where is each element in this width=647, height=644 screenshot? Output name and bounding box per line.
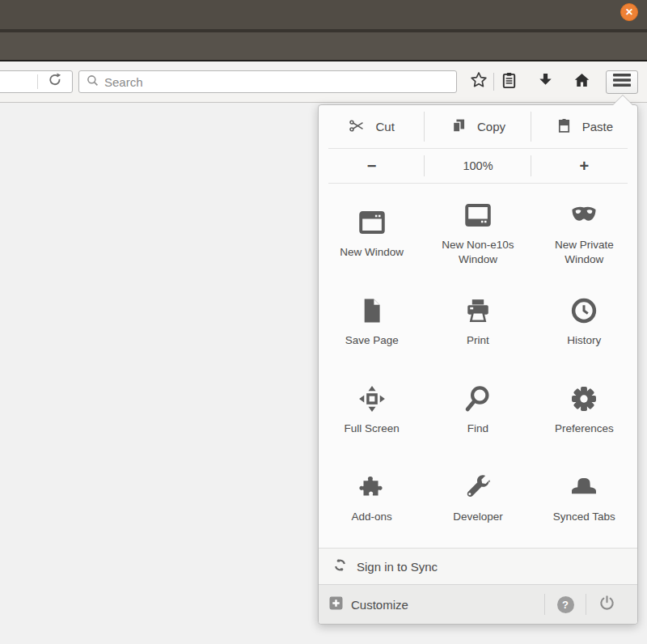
downloads-button[interactable] xyxy=(531,68,559,95)
menu-item-new-non-e10s-window[interactable]: New Non-e10s Window xyxy=(425,189,531,277)
menu-item-label: New Non-e10s Window xyxy=(433,238,523,266)
copy-label: Copy xyxy=(477,120,505,133)
customize-button[interactable]: Customize xyxy=(329,596,544,612)
menu-item-preferences[interactable]: Preferences xyxy=(531,365,637,453)
new-non-e10s-window-icon xyxy=(463,199,493,231)
home-icon xyxy=(573,71,591,93)
menu-item-label: History xyxy=(567,333,601,348)
window-close-button[interactable]: ✕ xyxy=(620,3,638,21)
bookmarks-list-icon xyxy=(500,71,518,93)
private-mask-icon xyxy=(569,199,598,231)
hamburger-icon xyxy=(612,73,632,91)
menu-item-label: New Private Window xyxy=(539,238,629,266)
plus-icon: + xyxy=(579,157,589,176)
download-icon xyxy=(536,71,555,93)
paste-icon xyxy=(556,117,573,137)
help-button[interactable]: ? xyxy=(545,596,586,613)
paste-button[interactable]: Paste xyxy=(531,105,637,148)
new-window-icon xyxy=(357,206,387,239)
menu-item-new-private-window[interactable]: New Private Window xyxy=(531,189,637,277)
paste-label: Paste xyxy=(582,120,613,133)
search-input[interactable] xyxy=(104,75,456,89)
menu-item-history[interactable]: History xyxy=(531,277,637,365)
sync-label: Sign in to Sync xyxy=(357,560,438,574)
power-icon xyxy=(598,595,615,615)
reload-button[interactable] xyxy=(38,71,72,92)
menu-item-label: Synced Tabs xyxy=(553,510,615,524)
menu-item-label: Print xyxy=(467,333,489,348)
menubar xyxy=(0,32,647,60)
menu-item-add-ons[interactable]: Add-ons xyxy=(319,453,425,541)
menu-item-synced-tabs[interactable]: Synced Tabs xyxy=(531,453,637,541)
cut-icon xyxy=(349,117,366,137)
menu-item-find[interactable]: Find xyxy=(425,365,531,453)
menu-item-label: New Window xyxy=(340,245,404,260)
menu-item-developer[interactable]: Developer xyxy=(425,453,531,541)
app-menu-panel: Cut Copy Paste − xyxy=(318,104,638,625)
bookmark-star-button[interactable] xyxy=(465,68,493,95)
menu-item-label: Developer xyxy=(453,510,503,524)
toolbar-separator xyxy=(493,73,494,91)
sign-in-to-sync-button[interactable]: Sign in to Sync xyxy=(319,548,637,584)
menu-item-label: Preferences xyxy=(555,422,614,436)
reload-icon xyxy=(46,71,64,92)
url-bar[interactable] xyxy=(0,70,73,93)
bookmarks-menu-button[interactable] xyxy=(495,68,522,95)
wrench-icon xyxy=(463,471,493,503)
navigation-toolbar xyxy=(0,60,647,103)
menu-item-print[interactable]: Print xyxy=(425,277,531,365)
home-button[interactable] xyxy=(568,68,595,95)
customize-label: Customize xyxy=(351,598,408,612)
zoom-out-button[interactable]: − xyxy=(319,149,425,183)
puzzle-icon xyxy=(357,471,387,503)
edit-controls-row: Cut Copy Paste xyxy=(319,105,637,148)
full-screen-icon xyxy=(357,383,387,415)
menu-item-label: Find xyxy=(467,422,488,436)
zoom-in-button[interactable]: + xyxy=(531,149,637,183)
star-icon xyxy=(469,70,488,93)
close-icon: ✕ xyxy=(625,6,633,18)
sync-icon xyxy=(332,557,348,575)
zoom-reset-button[interactable]: 100% xyxy=(425,149,531,183)
menu-item-new-window[interactable]: New Window xyxy=(319,189,425,277)
search-icon xyxy=(86,74,99,91)
titlebar: ✕ xyxy=(0,0,647,29)
search-bar[interactable] xyxy=(78,70,457,93)
menu-grid: New Window New Non-e10s Window xyxy=(319,184,637,548)
menu-item-label: Save Page xyxy=(345,333,399,348)
panel-arrow-fill xyxy=(613,95,632,105)
synced-tabs-icon xyxy=(569,471,598,503)
cut-label: Cut xyxy=(375,120,394,133)
quit-button[interactable] xyxy=(586,595,627,615)
zoom-controls-row: − 100% + xyxy=(319,149,637,183)
menu-item-label: Full Screen xyxy=(345,422,400,436)
menu-item-label: Add-ons xyxy=(352,510,392,524)
print-icon xyxy=(463,294,493,327)
customize-plus-icon xyxy=(329,596,343,612)
zoom-level: 100% xyxy=(463,159,493,172)
gear-icon xyxy=(569,383,598,415)
help-icon: ? xyxy=(557,596,574,613)
copy-button[interactable]: Copy xyxy=(425,105,531,148)
find-magnifier-icon xyxy=(463,383,493,415)
panel-footer: Customize ? xyxy=(319,584,637,624)
menu-item-save-page[interactable]: Save Page xyxy=(319,277,425,365)
save-page-icon xyxy=(357,294,387,327)
minus-icon: − xyxy=(367,157,377,176)
menu-item-full-screen[interactable]: Full Screen xyxy=(319,365,425,453)
history-clock-icon xyxy=(569,294,598,327)
copy-icon xyxy=(450,117,467,137)
menu-button[interactable] xyxy=(606,70,638,94)
cut-button[interactable]: Cut xyxy=(319,105,425,148)
